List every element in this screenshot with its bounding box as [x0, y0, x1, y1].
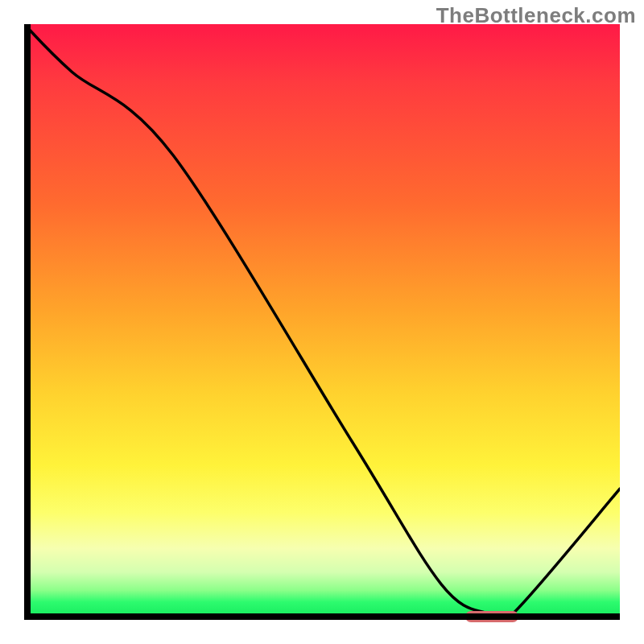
bottleneck-curve	[24, 24, 620, 620]
axis-left	[24, 24, 31, 620]
chart-stage: TheBottleneck.com	[0, 0, 644, 644]
axis-bottom	[24, 613, 620, 620]
plot-area	[24, 24, 620, 620]
curve-path	[24, 24, 620, 620]
